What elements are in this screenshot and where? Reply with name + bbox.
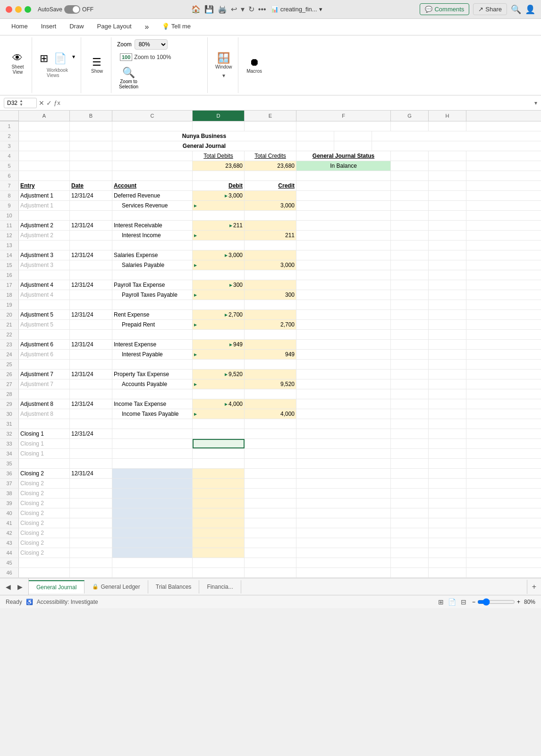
cell-f8[interactable]: [296, 191, 391, 200]
fullscreen-button[interactable]: [25, 6, 31, 13]
cell-h3[interactable]: [334, 141, 372, 151]
cell-b3[interactable]: [70, 141, 112, 151]
cell-b6[interactable]: [70, 171, 112, 180]
sheet-tab-general-journal[interactable]: General Journal: [29, 580, 85, 593]
cell-e9[interactable]: 3,000: [245, 201, 296, 210]
cell-c7[interactable]: Account: [112, 181, 193, 190]
cell-c6[interactable]: [112, 171, 193, 180]
tab-tell-me[interactable]: 💡 Tell me: [155, 19, 197, 35]
cell-e4[interactable]: Total Credits: [245, 151, 296, 161]
cell-g8[interactable]: [391, 191, 429, 200]
cell-c10[interactable]: [112, 211, 193, 220]
tab-draw[interactable]: Draw: [63, 19, 90, 35]
cell-g6[interactable]: [391, 171, 429, 180]
cell-g7[interactable]: [391, 181, 429, 190]
cell-b5[interactable]: [70, 161, 112, 171]
cell-a8[interactable]: Adjustment 1: [19, 191, 70, 200]
sheet-prev-button[interactable]: ◀: [4, 581, 13, 593]
col-header-h[interactable]: H: [429, 111, 466, 121]
tab-insert[interactable]: Insert: [34, 19, 63, 35]
cell-a12[interactable]: Adjustment 2: [19, 231, 70, 240]
col-header-e[interactable]: E: [245, 111, 296, 121]
col-header-f[interactable]: F: [296, 111, 391, 121]
workbook-layout-button[interactable]: 📄: [52, 52, 68, 65]
col-header-a[interactable]: A: [19, 111, 70, 121]
insert-function-icon[interactable]: ƒx: [54, 99, 60, 106]
cell-e7[interactable]: Credit: [245, 181, 296, 190]
cell-b7[interactable]: Date: [70, 181, 112, 190]
cell-h4[interactable]: [429, 151, 466, 161]
add-sheet-button[interactable]: +: [527, 580, 541, 594]
zoom-minus-button[interactable]: −: [472, 599, 475, 605]
cell-f4[interactable]: General Journal Status: [296, 151, 391, 161]
cell-b4[interactable]: [70, 151, 112, 161]
cancel-formula-icon[interactable]: ✕: [39, 99, 44, 107]
confirm-formula-icon[interactable]: ✓: [46, 99, 52, 107]
cell-f12[interactable]: [296, 231, 391, 240]
cell-c4[interactable]: [112, 151, 193, 161]
share-button[interactable]: ↗ Share: [473, 3, 507, 15]
cell-ref-down-arrow[interactable]: ▼: [19, 103, 23, 107]
cell-g2[interactable]: [296, 131, 334, 141]
search-icon[interactable]: 🔍: [511, 4, 521, 15]
cell-f5[interactable]: In Balance: [296, 161, 391, 171]
cell-e11[interactable]: [245, 221, 296, 230]
cell-g9[interactable]: [391, 201, 429, 210]
cell-h5[interactable]: [429, 161, 466, 171]
cell-e5[interactable]: 23,680: [245, 161, 296, 171]
cell-b2[interactable]: [70, 131, 112, 141]
show-button[interactable]: ☰ Show: [89, 56, 105, 75]
zoom-select[interactable]: 80% 100% 150%: [135, 39, 168, 50]
zoom-plus-button[interactable]: +: [517, 599, 520, 605]
undo-icon[interactable]: ↩: [231, 5, 237, 14]
cell-g10[interactable]: [391, 211, 429, 220]
cell-h9[interactable]: [429, 201, 466, 210]
cell-h1[interactable]: [429, 121, 466, 131]
close-button[interactable]: [6, 6, 12, 13]
tab-home[interactable]: Home: [5, 19, 34, 35]
col-header-g[interactable]: G: [391, 111, 429, 121]
cell-d7[interactable]: Debit: [193, 181, 245, 190]
cell-c2[interactable]: Nunya Business: [112, 131, 296, 141]
cell-h6[interactable]: [429, 171, 466, 180]
cell-d10[interactable]: [193, 211, 245, 220]
profile-icon[interactable]: 👤: [525, 4, 535, 15]
cell-d11[interactable]: ▶211: [193, 221, 245, 230]
zoom-100-button[interactable]: 100 Zoom to 100%: [117, 52, 174, 62]
workbook-dropdown-button[interactable]: ▾: [70, 52, 77, 65]
cell-a2[interactable]: [19, 131, 70, 141]
cell-a5[interactable]: [19, 161, 70, 171]
cell-c3[interactable]: General Journal: [112, 141, 296, 151]
cell-h11[interactable]: [429, 221, 466, 230]
cell-h2[interactable]: [334, 131, 372, 141]
cell-b12[interactable]: [70, 231, 112, 240]
tab-page-layout[interactable]: Page Layout: [91, 19, 138, 35]
cell-e10[interactable]: [245, 211, 296, 220]
page-layout-view-icon[interactable]: 📄: [448, 597, 457, 607]
cell-d5[interactable]: 23,680: [193, 161, 245, 171]
home-icon[interactable]: 🏠: [191, 5, 201, 14]
selected-cell-d33[interactable]: [193, 439, 245, 448]
comments-button[interactable]: 💬 Comments: [420, 3, 469, 15]
cell-d1[interactable]: [193, 121, 245, 131]
cell-h7[interactable]: [429, 181, 466, 190]
more-icon[interactable]: •••: [258, 5, 266, 14]
cell-e1[interactable]: [245, 121, 296, 131]
cell-c11[interactable]: Interest Receivable: [112, 221, 193, 230]
cell-h10[interactable]: [429, 211, 466, 220]
cell-a10[interactable]: [19, 211, 70, 220]
cell-a9[interactable]: Adjustment 1: [19, 201, 70, 210]
sheet-view-button[interactable]: 👁 SheetView: [9, 52, 25, 76]
sheet-tab-general-ledger[interactable]: 🔒 General Ledger: [85, 580, 148, 593]
minimize-button[interactable]: [15, 6, 22, 13]
cell-b9[interactable]: [70, 201, 112, 210]
cell-f7[interactable]: [296, 181, 391, 190]
cell-a3[interactable]: [19, 141, 70, 151]
cell-g1[interactable]: [391, 121, 429, 131]
cell-b11[interactable]: 12/31/24: [70, 221, 112, 230]
cell-g5[interactable]: [391, 161, 429, 171]
sheet-next-button[interactable]: ▶: [16, 581, 25, 593]
cell-f10[interactable]: [296, 211, 391, 220]
cell-d4[interactable]: Total Debits: [193, 151, 245, 161]
cell-g12[interactable]: [391, 231, 429, 240]
